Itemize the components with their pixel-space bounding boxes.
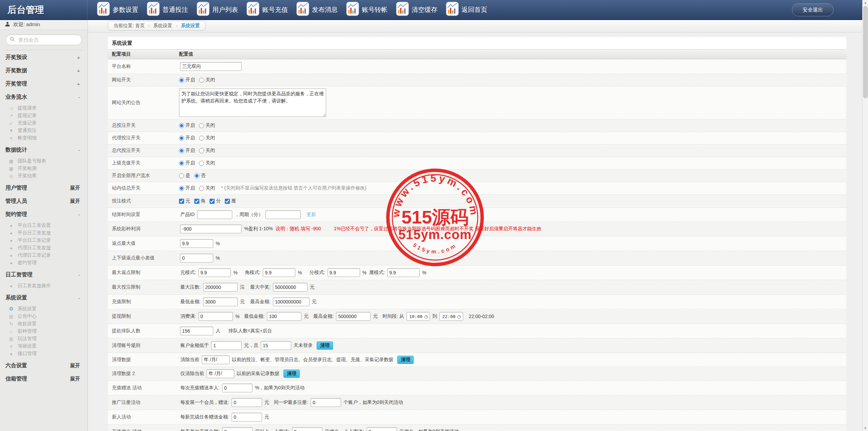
sidebar-item[interactable]: ◁提现请求 bbox=[0, 104, 87, 112]
sidebar-item[interactable]: ↗提现记录 bbox=[0, 112, 87, 119]
sidebar-item[interactable]: ↻收款设置 bbox=[0, 320, 87, 328]
section-toggle-icon[interactable]: 展开 bbox=[70, 376, 82, 382]
radio-input[interactable] bbox=[199, 136, 204, 141]
text-input[interactable] bbox=[203, 297, 238, 306]
sidebar-item[interactable]: ▤公告中心 bbox=[0, 313, 87, 320]
logout-button[interactable]: 安全退出 bbox=[792, 3, 833, 16]
text-input[interactable] bbox=[387, 268, 420, 277]
sidebar-section-header[interactable]: 契约管理- bbox=[0, 208, 87, 221]
sidebar-section-header[interactable]: 信箱管理展开 bbox=[0, 372, 87, 386]
sidebar-item[interactable]: ●平台日工资发放 bbox=[0, 229, 87, 237]
section-toggle-icon[interactable]: 展开 bbox=[70, 363, 82, 369]
radio-input[interactable] bbox=[179, 123, 184, 128]
sidebar-item[interactable]: ●平台日工资记录 bbox=[0, 237, 87, 244]
nav-item[interactable]: 账号转帐 bbox=[346, 2, 388, 18]
nav-item[interactable]: 返回首页 bbox=[446, 2, 487, 18]
clean-button[interactable]: 清理 bbox=[283, 370, 300, 378]
radio-input[interactable] bbox=[199, 148, 204, 153]
section-toggle-icon[interactable]: - bbox=[78, 147, 82, 153]
rebate-diff-input[interactable] bbox=[180, 254, 213, 262]
sidebar-section-header[interactable]: 系统设置- bbox=[0, 291, 87, 305]
lottery-profit-input[interactable] bbox=[180, 224, 242, 233]
radio-option[interactable]: 关闭 bbox=[199, 185, 215, 191]
radio-option[interactable]: 开启 bbox=[179, 135, 195, 141]
scroll-down-icon[interactable]: ▼ bbox=[863, 426, 868, 431]
text-input[interactable] bbox=[273, 297, 310, 306]
sidebar-item[interactable]: ●平台日工资设置 bbox=[0, 222, 87, 229]
text-input[interactable] bbox=[367, 427, 397, 431]
sidebar-item[interactable]: ●签约管理 bbox=[0, 259, 87, 267]
sidebar-section-header[interactable]: 六合设置展开 bbox=[0, 359, 87, 372]
radio-option[interactable]: 关闭 bbox=[199, 122, 215, 129]
sidebar-item[interactable]: ▦团队盈亏报表 bbox=[0, 157, 87, 165]
text-input[interactable] bbox=[232, 398, 262, 407]
text-input[interactable] bbox=[336, 312, 371, 321]
clean-button[interactable]: 清理 bbox=[397, 356, 414, 364]
text-input[interactable] bbox=[203, 283, 238, 292]
time-picker[interactable]: ◷ bbox=[439, 312, 463, 321]
text-input[interactable] bbox=[328, 268, 360, 277]
sidebar-item[interactable]: ≡帐变明细 bbox=[0, 134, 87, 142]
close-notice-textarea[interactable]: 为了能让您访问更快更稳定，同时为您提供更高品质的服务，正在维护系统。请稍后再回来… bbox=[179, 89, 326, 117]
sidebar-section-header[interactable]: 用户管理展开 bbox=[0, 181, 87, 195]
time-input[interactable] bbox=[441, 314, 457, 319]
nav-item[interactable]: 用户列表 bbox=[197, 2, 238, 18]
section-toggle-icon[interactable]: + bbox=[77, 81, 82, 87]
nav-item[interactable]: 发布消息 bbox=[296, 2, 338, 18]
period-input[interactable] bbox=[265, 210, 301, 219]
sidebar-item[interactable]: ↙充值记录 bbox=[0, 119, 87, 127]
nav-item[interactable]: 参数设置 bbox=[97, 2, 138, 18]
sidebar-section-header[interactable]: 开奖预设+ bbox=[0, 51, 87, 64]
section-toggle-icon[interactable]: - bbox=[78, 272, 82, 278]
radio-option[interactable]: 开启 bbox=[179, 148, 195, 154]
radio-option[interactable]: 开启 bbox=[179, 77, 195, 83]
radio-input[interactable] bbox=[199, 123, 204, 128]
section-toggle-icon[interactable]: 展开 bbox=[70, 198, 82, 204]
text-input[interactable] bbox=[261, 341, 291, 350]
sidebar-item[interactable]: ▦开奖检测 bbox=[0, 165, 87, 172]
text-input[interactable] bbox=[263, 268, 295, 277]
radio-option[interactable]: 是 bbox=[179, 173, 190, 179]
sidebar-item[interactable]: ▥玩法管理 bbox=[0, 335, 87, 342]
radio-option[interactable]: 关闭 bbox=[199, 148, 215, 154]
member-search-input[interactable] bbox=[18, 37, 86, 43]
radio-input[interactable] bbox=[199, 186, 204, 191]
section-toggle-icon[interactable]: + bbox=[77, 68, 82, 74]
breadcrumb-item[interactable]: 系统设置 bbox=[153, 23, 172, 29]
checkbox-input[interactable] bbox=[194, 199, 199, 204]
radio-input[interactable] bbox=[194, 173, 199, 178]
product-id-input[interactable] bbox=[197, 210, 232, 219]
rebate-max-input[interactable] bbox=[180, 239, 213, 248]
radio-input[interactable] bbox=[179, 161, 184, 166]
sidebar-section-header[interactable]: 管理人员展开 bbox=[0, 195, 87, 208]
member-search-box[interactable] bbox=[5, 34, 82, 45]
vertical-scrollbar[interactable]: ▲ ▼ bbox=[862, 0, 868, 431]
text-input[interactable] bbox=[232, 413, 262, 422]
text-input[interactable] bbox=[222, 427, 253, 431]
section-toggle-icon[interactable]: 展开 bbox=[70, 185, 82, 191]
text-input[interactable] bbox=[211, 341, 242, 350]
radio-option[interactable]: 否 bbox=[194, 173, 205, 179]
section-toggle-icon[interactable]: - bbox=[78, 94, 82, 100]
radio-input[interactable] bbox=[199, 161, 204, 166]
checkbox-option[interactable]: 元 bbox=[179, 198, 190, 204]
sidebar-item[interactable]: ●日工资发放操作 bbox=[0, 282, 87, 290]
sidebar-section-header[interactable]: 数据统计- bbox=[0, 143, 87, 157]
scrollbar-thumb[interactable] bbox=[863, 6, 868, 98]
text-input[interactable] bbox=[198, 312, 233, 321]
sidebar-item[interactable]: ⌂彩种管理 bbox=[0, 328, 87, 335]
time-picker[interactable]: ◷ bbox=[407, 312, 430, 321]
radio-option[interactable]: 关闭 bbox=[199, 160, 215, 166]
radio-option[interactable]: 关闭 bbox=[199, 135, 215, 141]
text-input[interactable] bbox=[198, 268, 231, 277]
checkbox-option[interactable]: 厘 bbox=[225, 198, 236, 204]
radio-option[interactable]: 开启 bbox=[179, 185, 195, 191]
section-toggle-icon[interactable]: - bbox=[78, 212, 82, 217]
queue-count-input[interactable] bbox=[180, 327, 213, 335]
radio-input[interactable] bbox=[199, 78, 204, 83]
sidebar-item[interactable]: ●接口管理 bbox=[0, 350, 87, 357]
section-toggle-icon[interactable]: - bbox=[78, 295, 82, 301]
sidebar-section-header[interactable]: 日工资管理- bbox=[0, 268, 87, 281]
text-input[interactable] bbox=[311, 398, 341, 407]
sidebar-section-header[interactable]: 业务流水- bbox=[0, 91, 87, 104]
